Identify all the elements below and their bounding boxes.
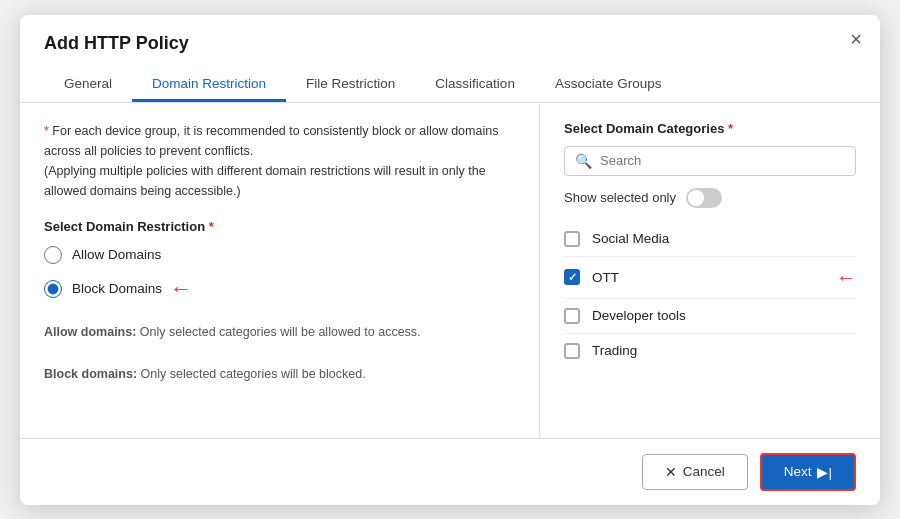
show-selected-label: Show selected only (564, 190, 676, 205)
allow-domains-radio[interactable] (44, 246, 62, 264)
right-panel: Select Domain Categories * 🔍 Show select… (540, 103, 880, 438)
modal-header: Add HTTP Policy × GeneralDomain Restrict… (20, 15, 880, 103)
developer-tools-checkbox[interactable] (564, 308, 580, 324)
show-selected-row: Show selected only (564, 188, 856, 208)
domain-restriction-label: Select Domain Restriction * (44, 219, 515, 234)
tab-general[interactable]: General (44, 68, 132, 102)
category-developer-tools[interactable]: Developer tools (564, 299, 856, 334)
domain-descriptions: Allow domains: Only selected categories … (44, 322, 515, 386)
trading-label: Trading (592, 343, 856, 358)
ott-arrow-icon: ← (836, 266, 856, 289)
show-selected-toggle[interactable] (686, 188, 722, 208)
tab-classification[interactable]: Classification (415, 68, 535, 102)
ott-label: OTT (592, 270, 820, 285)
social-media-label: Social Media (592, 231, 856, 246)
left-panel: * For each device group, it is recommend… (20, 103, 540, 438)
cancel-button[interactable]: ✕ Cancel (642, 454, 748, 490)
next-button[interactable]: Next ▶| (760, 453, 856, 491)
radio-block-domains[interactable]: Block Domains (44, 280, 162, 298)
info-text: * For each device group, it is recommend… (44, 121, 515, 201)
modal-body: * For each device group, it is recommend… (20, 103, 880, 438)
modal-title: Add HTTP Policy (44, 33, 856, 54)
category-list: Social Media OTT ← Developer tools Tradi… (564, 222, 856, 368)
next-label: Next (784, 464, 812, 479)
social-media-checkbox[interactable] (564, 231, 580, 247)
next-icon: ▶| (817, 464, 832, 480)
tab-file-restriction[interactable]: File Restriction (286, 68, 415, 102)
developer-tools-label: Developer tools (592, 308, 856, 323)
ott-checkbox[interactable] (564, 269, 580, 285)
tab-associate-groups[interactable]: Associate Groups (535, 68, 682, 102)
modal-dialog: Add HTTP Policy × GeneralDomain Restrict… (20, 15, 880, 505)
tab-bar: GeneralDomain RestrictionFile Restrictio… (44, 68, 856, 102)
radio-group: Allow Domains Block Domains ← (44, 246, 515, 302)
trading-checkbox[interactable] (564, 343, 580, 359)
category-trading[interactable]: Trading (564, 334, 856, 368)
search-input[interactable] (600, 153, 845, 168)
cancel-label: Cancel (683, 464, 725, 479)
block-domains-label: Block Domains (72, 281, 162, 296)
domain-categories-title: Select Domain Categories * (564, 121, 856, 136)
tab-domain-restriction[interactable]: Domain Restriction (132, 68, 286, 102)
modal-footer: ✕ Cancel Next ▶| (20, 438, 880, 505)
allow-domains-label: Allow Domains (72, 247, 161, 262)
category-social-media[interactable]: Social Media (564, 222, 856, 257)
search-icon: 🔍 (575, 153, 592, 169)
cancel-x-icon: ✕ (665, 464, 677, 480)
block-domains-arrow-icon: ← (170, 276, 192, 302)
close-button[interactable]: × (850, 29, 862, 49)
category-ott[interactable]: OTT ← (564, 257, 856, 299)
block-domains-radio[interactable] (44, 280, 62, 298)
search-box[interactable]: 🔍 (564, 146, 856, 176)
radio-allow-domains[interactable]: Allow Domains (44, 246, 515, 264)
